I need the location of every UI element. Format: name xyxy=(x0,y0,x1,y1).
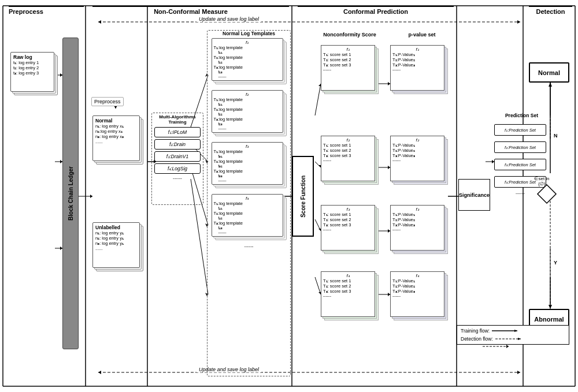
pred-set-f2: f₂:Prediction Set xyxy=(494,141,546,153)
y-label: Y xyxy=(554,260,557,266)
score-group-f3: f₃ T₁: score set 1 T₂: score set 2 T₃: s… xyxy=(321,205,379,254)
normal-decision-box: Normal xyxy=(529,62,569,83)
pvalue-header: p-value set xyxy=(393,32,451,38)
score-group-f2: f₂ T₁: score set 1 T₂: score set 2 T₃: s… xyxy=(321,136,379,185)
normal-e3: n₃: log entry x₃ xyxy=(95,134,137,139)
normal-log-templates-outer: Normal Log Templates f₁ T₁:log template … xyxy=(207,30,291,376)
raw-log-e3: t₃: log entry 3 xyxy=(13,70,51,76)
diamond-shape xyxy=(536,184,557,204)
tmpl-f1-t1: T₁:log template xyxy=(214,45,281,50)
raw-log-title: Raw log xyxy=(13,54,51,60)
svg-marker-13 xyxy=(517,371,520,374)
normal-block-stack: Normal n₁: log entry x₁ n₂:log entry x₂ … xyxy=(92,115,143,165)
template-group-f3: f₃ T₁:log template t₃₁ T₂:log template t… xyxy=(212,142,287,188)
algo-f3: f₃:DrainV1 xyxy=(166,154,188,159)
n-label: N xyxy=(554,133,558,139)
algo-f3-box: f₃:DrainV1 xyxy=(154,151,201,162)
normal-e1: n₁: log entry x₁ xyxy=(95,124,137,129)
pvalue-group-f4: f₄ T₁:P-Value₁ T₂:P-Value₂ T₃:P-Value₃ -… xyxy=(390,271,448,320)
algo-dots: ------ xyxy=(153,176,202,181)
unlabelled-e4: ...... xyxy=(95,246,137,251)
pred-set-f3: f₃:Prediction Set xyxy=(494,159,546,170)
raw-log-e2: t₂: log entry 2 xyxy=(13,65,51,70)
normal-log-templates-title: Normal Log Templates xyxy=(208,31,290,36)
preprocess-label: Preprocess xyxy=(91,97,124,106)
svg-line-43 xyxy=(315,277,321,294)
significance-box: Significance xyxy=(458,179,490,211)
algo-f1-box: f₁:IPLoM xyxy=(154,127,201,137)
svg-marker-70 xyxy=(538,185,556,203)
score-group-f4: f₄ T₁: score set 1 T₂: score set 2 T₃: s… xyxy=(321,271,379,320)
blockchain-ledger: Block Chain Ledger xyxy=(62,38,79,349)
prediction-set-header: Prediction Set xyxy=(494,113,549,118)
algo-f2: f₂:Drain xyxy=(169,141,186,147)
svg-line-37 xyxy=(315,84,321,115)
algo-f4: f₄:LogSig xyxy=(168,166,187,171)
svg-marker-74 xyxy=(518,338,521,340)
svg-marker-72 xyxy=(514,330,517,332)
unlabelled-e1: n₁: log entry y₁ xyxy=(95,230,137,236)
nonconformity-header: Nonconformity Score xyxy=(321,32,379,38)
unlabelled-title: Unlabelled xyxy=(95,225,137,230)
raw-log-stack: Raw log t₁: log entry 1 t₂: log entry 2 … xyxy=(10,52,58,95)
score-function-text: Score Function xyxy=(300,176,306,218)
svg-marker-69 xyxy=(506,345,509,348)
normal-title: Normal xyxy=(95,118,137,124)
update-label-top: Update and save log label xyxy=(197,16,261,22)
template-group-f4: f₄ T₁:log template t₄₁ T₂:log template t… xyxy=(212,194,287,240)
legend-box: Training flow: Detection flow: xyxy=(457,325,569,345)
unlabelled-e2: n₂: log entry y₁ xyxy=(95,236,137,241)
multi-algo-box: Multi-Algorithms Training f₁:IPLoM f₂:Dr… xyxy=(151,113,203,205)
normal-e2: n₂:log entry x₂ xyxy=(95,129,137,134)
svg-marker-64 xyxy=(549,305,552,309)
score-group-f1: f₁ T₁: score set 1 T₂: score set 2 T₃: s… xyxy=(321,45,379,94)
section-non-conformal: Non-Conformal Measure xyxy=(92,6,289,15)
svg-marker-14 xyxy=(98,371,101,374)
algo-f1: f₁:IPLoM xyxy=(168,129,187,135)
tmpl-f1-label: f₁ xyxy=(214,40,281,45)
pvalue-group-f1: f₁ T₁:P-Value₁ T₂:P-Value₂ T₃:P-Value₃ -… xyxy=(390,45,448,94)
score-function-box: Score Function xyxy=(292,156,314,237)
algo-f2-box: f₂:Drain xyxy=(154,139,201,150)
algo-f4-box: f₄:LogSig xyxy=(154,163,201,174)
diagram-container: Preprocess Non-Conformal Measure Conform… xyxy=(0,0,578,392)
multi-algo-title: Multi-Algorithms Training xyxy=(153,114,202,125)
section-conformal: Conformal Prediction xyxy=(298,6,454,15)
svg-marker-62 xyxy=(549,83,552,87)
pvalue-group-f3: f₃ T₁:P-Value₁ T₂:P-Value₂ T₃:P-Value₃ -… xyxy=(390,205,448,254)
template-group-f1: f₁ T₁:log template t₁₁ T₂:log template t… xyxy=(212,38,287,84)
unlabelled-block-stack: Unlabelled n₁: log entry y₁ n₂: log entr… xyxy=(92,222,143,271)
detection-flow-label: Detection flow: xyxy=(461,336,493,342)
section-preprocess: Preprocess xyxy=(9,6,84,15)
raw-log-e1: t₁: log entry 1 xyxy=(13,60,51,65)
unlabelled-e3: n₃: log entry y₁ xyxy=(95,241,137,246)
pvalue-group-f2: f₂ T₁:P-Value₁ T₂:P-Value₂ T₃:P-Value₃ -… xyxy=(390,136,448,185)
training-flow-label: Training flow: xyxy=(461,328,490,334)
pred-set-f1: f₁:Prediction Set xyxy=(494,124,546,136)
svg-line-41 xyxy=(315,219,321,231)
svg-marker-22 xyxy=(90,195,92,198)
section-detection: Detection xyxy=(529,6,572,15)
svg-line-39 xyxy=(315,162,321,167)
template-group-f2: f₂ T₁:log template t₂₁ T₂:log template t… xyxy=(212,90,287,136)
normal-e4: ...... xyxy=(95,139,137,144)
svg-marker-11 xyxy=(98,20,101,24)
svg-marker-10 xyxy=(517,20,520,24)
